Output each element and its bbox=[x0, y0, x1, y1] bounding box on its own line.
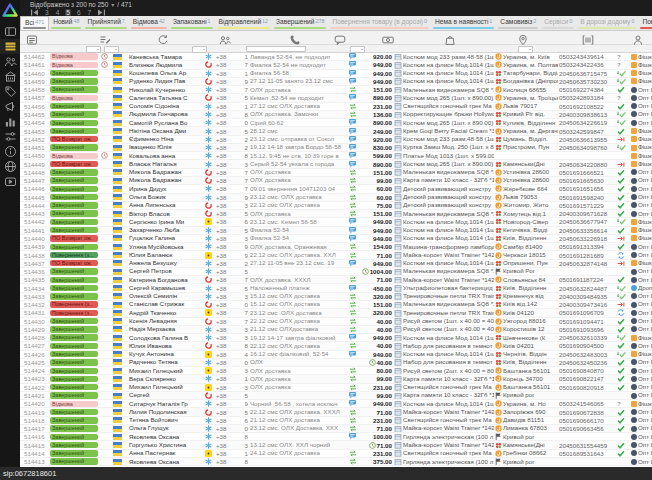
table-row[interactable]: 514427ЗавершенийЮлия Иванова+38822.12 см… bbox=[20, 342, 652, 350]
table-row[interactable]: 514428ЗавершенийСолодкова Галина В+38319… bbox=[20, 334, 652, 342]
table-row[interactable]: 514445ЗавершенийОльга Божик+38923.12 смс… bbox=[20, 194, 652, 202]
comment: 27.12 11-05 занято 23.12 смс bbox=[249, 78, 348, 85]
table-row[interactable]: 514434ЗавершенийСергей Карамышев+385Нало… bbox=[20, 284, 652, 292]
status-tab[interactable]: Повернення товару (в дорозі)0 bbox=[328, 16, 431, 30]
status-tab[interactable]: Пов bbox=[638, 16, 652, 30]
page-number[interactable]: 7 bbox=[87, 9, 93, 16]
table-row[interactable]: 514451ЗавершенийІващенко Юлія+38219.12 1… bbox=[20, 144, 652, 152]
table-row[interactable]: 514424ЗавершенийМихаил Гилецький+383ОЛХ … bbox=[20, 367, 652, 375]
sidebar-item-contacts[interactable] bbox=[0, 54, 20, 69]
table-row[interactable]: 514449ПО Возврат ож.Власюк Наталья+383Се… bbox=[20, 160, 652, 168]
courier-orange-icon bbox=[495, 375, 502, 382]
order-id: 514433 bbox=[20, 293, 48, 300]
table-row[interactable]: 514459ЗавершенийРуденко Лидия Пав+38927.… bbox=[20, 78, 652, 86]
table-row[interactable]: 514438Повернення (з...Юлия Баланюк+38922… bbox=[20, 251, 652, 259]
table-row[interactable]: 514452ПО Возврат ож.Єфименко Ніна+38223.… bbox=[20, 136, 652, 144]
table-row[interactable]: 514458ЗавершенийНиколай Кучеренко+387ОЛХ… bbox=[20, 86, 652, 94]
table-row[interactable]: 514462ВідмоваКаневська Тамара+381Лаванда… bbox=[20, 53, 652, 61]
table-row[interactable]: 514414ЗавершенийАнна Пастернак+38124.12 … bbox=[20, 450, 652, 458]
table-row[interactable]: 514444ЗавершенийАнна Липенська+38322.12 … bbox=[20, 202, 652, 210]
table-row[interactable]: 514419ЗавершенийЛилия Подолинская+38522.… bbox=[20, 408, 652, 416]
table-row[interactable]: 514432Повернення (з...Станіслав Стрижак+… bbox=[20, 301, 652, 309]
table-row[interactable]: 514442ЗавершенийСергієнко Ірина Ми+38623… bbox=[20, 218, 652, 226]
sidebar-item-stats[interactable] bbox=[0, 114, 20, 129]
table-row[interactable]: 514439ЗавершенийУляна Мусійовська+389ОЛХ… bbox=[20, 243, 652, 251]
status-cell: Завершений bbox=[48, 384, 100, 391]
status-tab[interactable]: Запаковані1 bbox=[169, 16, 215, 30]
check-ok-icon bbox=[617, 450, 625, 457]
status-tab[interactable]: Новий48 bbox=[49, 16, 83, 30]
table-row[interactable]: 514435ЗавершенийКатерина Богданова+387ОЛ… bbox=[20, 276, 652, 284]
table-row[interactable]: 514425ЗавершенийРадченко Тетяна+380ОЛХ40… bbox=[20, 359, 652, 367]
table-row[interactable]: 514436ЗавершенийСергей Петров+3851004.00… bbox=[20, 268, 652, 276]
table-row[interactable]: 514430ЗавершенийКсенія Левадняя+38722.12… bbox=[20, 318, 652, 326]
table-row[interactable]: 514441ЗавершенийЗахарченко Люба+385Фиалк… bbox=[20, 227, 652, 235]
status-tab[interactable]: Сервіси0 bbox=[540, 16, 576, 30]
status-tab[interactable]: Нема в наявності1 bbox=[431, 16, 496, 30]
table-row[interactable]: 514415ЗавершенийГоргулько Христина+38313… bbox=[20, 441, 652, 449]
sidebar-item-orders[interactable] bbox=[0, 39, 20, 54]
table-row[interactable]: 514440ПО Возврат ож.Гуцалюк Галина+383Фи… bbox=[20, 235, 652, 243]
table-row[interactable]: 514446ЗавершенийИрина Дидух+38709.01 зве… bbox=[20, 185, 652, 193]
status-tab[interactable]: Відправлений12 bbox=[215, 16, 273, 30]
ttn-number bbox=[558, 433, 616, 440]
sidebar-item-products[interactable] bbox=[0, 84, 20, 99]
table-row[interactable]: 514447ЗавершенийМикола Бадражан+387ОЛХ д… bbox=[20, 177, 652, 185]
filter-dropdown[interactable] bbox=[192, 46, 207, 53]
sidebar-item-campaign[interactable] bbox=[0, 99, 20, 114]
status-cell: Завершений bbox=[48, 127, 100, 134]
table-row[interactable]: 514431Повернення (з...Андрій Ткаченко+38… bbox=[20, 309, 652, 317]
counter-value: 6 bbox=[237, 218, 249, 225]
table-row[interactable]: 514422ЗавершенийМихаил Гилецький+383ОЛХ … bbox=[20, 384, 652, 392]
status-badge: Повернення (з... bbox=[50, 310, 98, 316]
status-tab[interactable]: Прийнятий7 bbox=[83, 16, 128, 30]
table-row[interactable]: 514421ЗавершенийСергей+38599.00Карта пам… bbox=[20, 392, 652, 400]
table-row[interactable]: 514454ЗавершенийСамотій Руслана Во+380Сі… bbox=[20, 119, 652, 127]
table-row[interactable]: 514443ЗавершенийВіктор Власов+385ОЛХ дос… bbox=[20, 210, 652, 218]
page-number[interactable]: 6 bbox=[76, 9, 82, 16]
table-row[interactable]: 514457ВідмоваСалегина Татьяна С+385Кемел… bbox=[20, 94, 652, 102]
page-number[interactable]: 4 bbox=[55, 9, 61, 16]
page-number[interactable]: 5 bbox=[65, 9, 71, 16]
sidebar-item-globe[interactable] bbox=[0, 159, 20, 174]
sidebar-item-company[interactable] bbox=[0, 69, 20, 84]
table-row[interactable]: 514456ЗавершенийСоломія Сідоніна+38127.1… bbox=[20, 103, 652, 111]
status-tab[interactable]: Всі471 bbox=[20, 16, 49, 30]
filter-dropdown[interactable] bbox=[104, 46, 119, 53]
table-row[interactable]: 514429ЗавершенийНадія Мерзаєва+38321.12 … bbox=[20, 326, 652, 334]
operator-cell bbox=[204, 326, 215, 333]
source: Фішка bbox=[630, 53, 652, 60]
table-row[interactable]: 514420ВідмоваСитарчук Наталія Гр+389Чорн… bbox=[20, 400, 652, 408]
table-row[interactable]: 514461ВідмоваБлизнюк Людмила+387Фиалка 5… bbox=[20, 61, 652, 69]
sidebar-item-video[interactable] bbox=[0, 174, 20, 189]
filter-dropdown[interactable] bbox=[518, 46, 533, 53]
table-row[interactable]: 514417ЗавершенийОльга Глущук+38023.12 см… bbox=[20, 425, 652, 433]
filter-dropdown[interactable] bbox=[86, 46, 101, 53]
table-row[interactable]: 514450ВідмоваКовальова анна+38815.12. 9:… bbox=[20, 152, 652, 160]
table-row[interactable]: 514453ЗавершенийНікітіна Оксана Дми+3852… bbox=[20, 127, 652, 135]
status-tab[interactable]: В дорозі додому0 bbox=[576, 16, 638, 30]
page-size-caret-icon[interactable]: ▾ bbox=[111, 2, 114, 8]
status-tab[interactable]: Завершений278 bbox=[272, 16, 328, 30]
sidebar-item-dashboard[interactable] bbox=[0, 24, 20, 39]
check-ok-icon bbox=[617, 243, 625, 250]
filter-input[interactable] bbox=[246, 46, 306, 52]
table-row[interactable]: 514418ЗавершенийТетяна Войтович+38621.12… bbox=[20, 417, 652, 425]
table-row[interactable]: 514423ЗавершенийВера Скляренко+381ОЛХ до… bbox=[20, 375, 652, 383]
sidebar-item-info[interactable] bbox=[0, 144, 20, 159]
table-row[interactable]: 514437ПО Возврат ож.Анжела Безушку+38227… bbox=[20, 260, 652, 268]
table-row[interactable]: 514448ЗавершенийМикола Бадражан+387ОЛХ д… bbox=[20, 169, 652, 177]
table-row[interactable]: 514416ЗавершенийЯковлева Оксана+388100.0… bbox=[20, 433, 652, 441]
table-row[interactable]: 514455ЗавершенийЛюдмила Гончарова+388ОЛХ… bbox=[20, 111, 652, 119]
table-row[interactable]: 514433ЗавершенийОлексій Семилін+38315.12… bbox=[20, 293, 652, 301]
page-number[interactable]: 3 bbox=[44, 9, 50, 16]
status-tab-underline bbox=[330, 27, 429, 29]
status-tab[interactable]: Самовивіз2 bbox=[496, 16, 540, 30]
status-tab[interactable]: Відмова42 bbox=[129, 16, 169, 30]
sidebar-item-tuner[interactable] bbox=[0, 129, 20, 144]
table-row[interactable]: 514426ЗавершенийКучук Антонина+38416.12 … bbox=[20, 351, 652, 359]
table-row[interactable]: 514460ЗавершенийКошелева Ольга Ар+381Фиа… bbox=[20, 70, 652, 78]
table-row[interactable]: 514413ЗавершенийЯковлева Оксана+388375.0… bbox=[20, 458, 652, 466]
product: Набор для рисования в темнот bbox=[393, 342, 494, 349]
filter-dropdown[interactable] bbox=[350, 46, 365, 53]
